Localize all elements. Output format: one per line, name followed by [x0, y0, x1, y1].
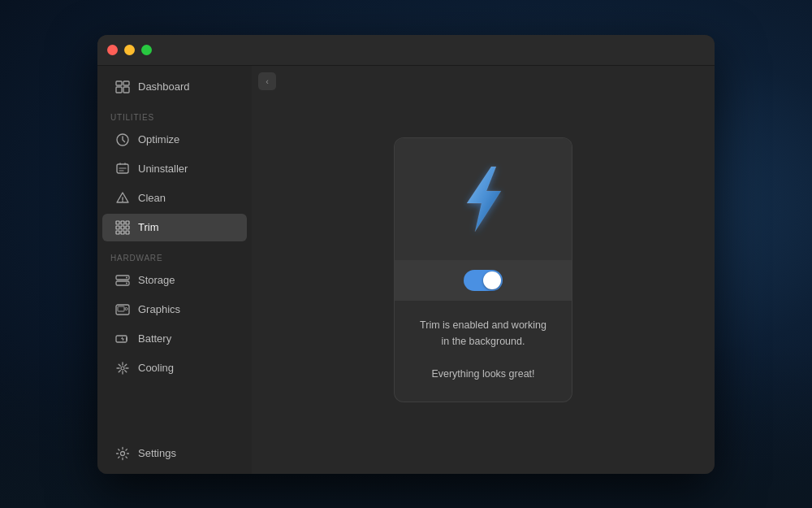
svg-rect-0 — [116, 81, 122, 85]
uninstaller-icon — [115, 162, 130, 176]
storage-icon — [115, 273, 130, 288]
utilities-section-label: Utilities — [97, 105, 252, 125]
cooling-icon — [115, 361, 130, 376]
svg-point-24 — [121, 367, 124, 370]
sidebar-item-graphics[interactable]: Graphics — [102, 296, 247, 323]
content-area: ‹ — [252, 66, 715, 474]
trim-lightning-icon — [451, 163, 516, 236]
svg-rect-9 — [126, 221, 129, 224]
svg-point-6 — [122, 200, 123, 202]
battery-icon — [115, 332, 130, 346]
sidebar-item-trim[interactable]: Trim — [102, 214, 247, 241]
app-window: Dashboard Utilities Optimize — [97, 35, 715, 474]
optimize-icon — [115, 132, 130, 147]
sidebar-item-uninstaller-label: Uninstaller — [138, 163, 188, 175]
hardware-section-label: Hardware — [97, 245, 252, 266]
sidebar-item-clean[interactable]: Clean — [102, 185, 247, 212]
sidebar-item-graphics-label: Graphics — [138, 303, 180, 315]
sidebar-item-battery-label: Battery — [138, 332, 171, 345]
traffic-lights — [107, 45, 152, 55]
sidebar-item-clean-label: Clean — [138, 192, 166, 204]
sidebar-item-battery[interactable]: Battery — [102, 325, 247, 353]
trim-icon — [115, 220, 130, 235]
trim-card: Trim is enabled and working in the backg… — [394, 137, 572, 402]
sidebar-item-cooling[interactable]: Cooling — [102, 354, 247, 382]
svg-point-19 — [126, 282, 127, 284]
svg-rect-15 — [126, 231, 129, 234]
sidebar-item-storage-label: Storage — [138, 274, 175, 286]
sidebar-item-settings-label: Settings — [138, 447, 176, 459]
svg-rect-21 — [118, 306, 124, 311]
clean-icon — [115, 191, 130, 206]
status-line2: in the background. — [442, 336, 525, 347]
card-icon-area — [395, 138, 572, 260]
status-line3: Everything looks great! — [431, 368, 534, 380]
maximize-button[interactable] — [141, 45, 152, 55]
svg-rect-12 — [126, 226, 129, 229]
sidebar-item-uninstaller[interactable]: Uninstaller — [102, 155, 247, 183]
toggle-bar — [395, 260, 572, 301]
svg-rect-14 — [121, 231, 124, 234]
svg-rect-1 — [123, 81, 129, 85]
main-content: Dashboard Utilities Optimize — [97, 66, 715, 474]
svg-rect-10 — [116, 226, 119, 229]
sidebar: Dashboard Utilities Optimize — [97, 66, 252, 474]
sidebar-item-dashboard-label: Dashboard — [138, 80, 190, 93]
sidebar-item-trim-label: Trim — [138, 221, 159, 233]
close-button[interactable] — [107, 45, 118, 55]
title-bar — [97, 35, 715, 66]
svg-point-22 — [125, 307, 127, 310]
collapse-icon: ‹ — [266, 76, 269, 86]
dashboard-icon — [115, 80, 130, 94]
collapse-sidebar-button[interactable]: ‹ — [258, 72, 276, 90]
sidebar-item-optimize[interactable]: Optimize — [102, 126, 247, 154]
toggle-knob — [483, 271, 501, 289]
svg-point-25 — [121, 451, 125, 455]
status-line1: Trim is enabled and working — [420, 319, 546, 331]
svg-rect-2 — [116, 87, 122, 93]
minimize-button[interactable] — [124, 45, 135, 55]
sidebar-item-settings[interactable]: Settings — [102, 440, 247, 467]
card-status-text: Trim is enabled and working in the backg… — [407, 301, 559, 382]
graphics-icon — [115, 302, 130, 317]
svg-rect-8 — [121, 221, 124, 224]
svg-marker-26 — [467, 167, 501, 232]
sidebar-item-storage[interactable]: Storage — [102, 267, 247, 294]
svg-rect-7 — [116, 221, 119, 224]
svg-point-18 — [126, 276, 127, 278]
svg-rect-13 — [116, 231, 119, 234]
svg-rect-3 — [123, 87, 129, 93]
sidebar-item-dashboard[interactable]: Dashboard — [102, 73, 247, 101]
svg-rect-11 — [121, 226, 124, 229]
sidebar-spacer — [97, 383, 252, 439]
sidebar-item-cooling-label: Cooling — [138, 362, 174, 374]
settings-icon — [115, 446, 130, 461]
sidebar-item-optimize-label: Optimize — [138, 133, 179, 145]
trim-toggle[interactable] — [464, 270, 503, 291]
